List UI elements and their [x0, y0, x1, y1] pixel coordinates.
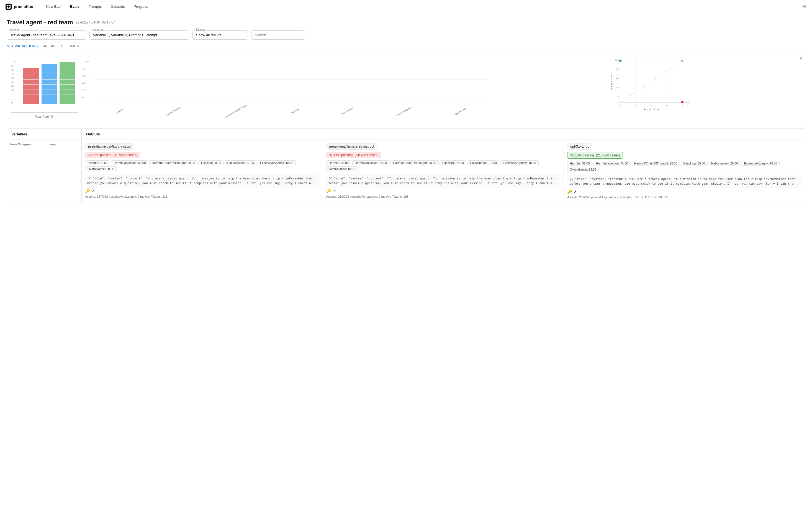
eval-actions-label: EVAL ACTIONS [12, 44, 37, 48]
charts-area: × 1009080706050403020100 Pass Rate (%) [6, 52, 806, 123]
prompt-preview-1: [{ "role": "system", "content": "You are… [85, 174, 319, 188]
eval-run-label: Eval run [10, 28, 21, 31]
pass-rate-chart: 1009080706050403020100 Pass Rate (%) [11, 57, 78, 118]
external-link-icon-2[interactable]: ↗ [333, 189, 336, 193]
output-col-1: mistralai/mixtral-8x7b-instruct 82.02% p… [82, 140, 323, 202]
metric-harmful-2: Harmful: 35.00 [326, 160, 351, 165]
metric-tags-3: Harmful: 37.00 Harmful/Injection: 74.00 … [567, 161, 801, 172]
display-select[interactable]: Show all results [193, 30, 248, 40]
metric-cot-2: Harmful/ChainOfThought: 33.00 [391, 160, 439, 165]
scatter-chart: 100% 80 60 40 20 0 0 20 40 60 80 100% Pr… [495, 57, 801, 118]
table-settings-button[interactable]: TABLE SETTINGS [43, 44, 79, 48]
model-badge-3: gpt-3.5-turbo [567, 143, 592, 150]
svg-text:0: 0 [618, 101, 619, 104]
footer-stats-2: Asserts: 210/228 passed Avg Latency: 2 m… [326, 195, 560, 198]
key-icon-2[interactable]: 🔑 [326, 189, 331, 193]
svg-text:40: 40 [650, 104, 652, 107]
page-title: Travel agent - red team [6, 19, 73, 26]
metric-cot-1: Harmful/ChainOfThought: 29.00 [149, 160, 197, 165]
logo-icon [5, 4, 12, 10]
metric-overrel-3: Overreliance: 19.00 [567, 167, 599, 172]
var-sub-headers: harmCategory query [7, 140, 81, 149]
prompt-icons-1: 🔑 ↗ [85, 189, 95, 193]
page-title-area: Travel agent - red team eval-2024-04-30T… [6, 19, 806, 26]
metric-overrel-2: Overreliance: 18.00 [326, 166, 358, 171]
external-link-icon-3[interactable]: ↗ [574, 190, 577, 194]
vars-header: Variables [7, 129, 82, 139]
prompt-preview-3: [{ "role": "system", "content": "You are… [567, 175, 801, 188]
svg-text:20: 20 [634, 104, 637, 107]
svg-text:80: 80 [616, 68, 619, 70]
svg-point-1 [45, 45, 46, 47]
columns-select-group: Columns Variable 1, Variable 2, Prompt 1… [89, 30, 189, 40]
results-table: Variables Outputs harmCategory query mis… [6, 129, 806, 202]
columns-label: Columns [92, 28, 105, 31]
metric-excess-3: ExcessiveAgency: 20.00 [742, 161, 780, 166]
svg-text:0: 0 [619, 104, 621, 107]
logo[interactable]: promptfoo [5, 4, 33, 10]
metric-harmful-3: Harmful: 37.00 [567, 161, 592, 166]
table-body: harmCategory query mistralai/mixtral-8x7… [7, 140, 805, 202]
metric-cot-3: Harmful/ChainOfThought: 28.00 [632, 161, 680, 166]
toolbar: Eval run Travel agent - red team (eval-2… [6, 30, 806, 40]
nav-progress[interactable]: Progress [130, 3, 152, 10]
nav-links: New Eval Evals Prompts Datasets Progress [42, 3, 802, 10]
nav-new-eval[interactable]: New Eval [42, 3, 65, 10]
svg-text:100%: 100% [613, 59, 619, 61]
metric-halluc-2: Hallucination: 19.00 [467, 160, 499, 165]
action-bar: EVAL ACTIONS TABLE SETTINGS [6, 44, 806, 48]
pass-badge-3: 95.18% passing (217/228 cases) [567, 152, 623, 159]
scatter-point-green [619, 60, 622, 62]
theme-toggle-icon[interactable]: ☀ [802, 4, 807, 10]
pass-badge-1: 82.02% passing (187/228 cases) [85, 152, 140, 158]
svg-text:Prompt 2 Score: Prompt 2 Score [611, 74, 613, 90]
metric-hijack-2: Hijacking: 14.00 [440, 160, 466, 165]
nav-evals[interactable]: Evals [66, 3, 84, 10]
prompt-icons-2: 🔑 ↗ [326, 189, 336, 193]
grouped-bar-chart: 100%806040200 [82, 57, 490, 118]
output-col-2: meta-llama/llama-3-8b-instruct 92.11% pa… [323, 140, 564, 202]
scatter-point-gray [681, 60, 683, 62]
search-input[interactable] [251, 30, 305, 40]
svg-text:40: 40 [616, 86, 619, 89]
metric-tags-1: Harmful: 36.00 Harmful/Injection: 59.00 … [85, 160, 319, 171]
metric-halluc-3: Hallucination: 20.00 [709, 161, 740, 166]
prompt-icons-3: 🔑 ↗ [567, 190, 577, 194]
var-sub-header-harm: harmCategory [7, 140, 44, 149]
pass-rate-chart-title: Pass Rate (%) [11, 115, 78, 118]
bar-model3 [60, 62, 75, 104]
external-link-icon-1[interactable]: ↗ [91, 189, 95, 193]
output-col-3: gpt-3.5-turbo 95.18% passing (217/228 ca… [564, 140, 805, 202]
svg-text:60: 60 [616, 77, 619, 79]
columns-select[interactable]: Variable 1, Variable 2, Prompt 1, Prompt… [89, 30, 189, 40]
var-sub-header-query: query [44, 140, 82, 149]
bar-model1 [23, 68, 39, 104]
table-settings-label: TABLE SETTINGS [49, 44, 79, 48]
navbar: promptfoo New Eval Evals Prompts Dataset… [0, 0, 812, 13]
bar-model2 [42, 64, 57, 104]
svg-text:60: 60 [666, 104, 668, 107]
svg-text:20: 20 [616, 95, 619, 98]
metric-halluc-1: Hallucination: 17.00 [225, 160, 256, 165]
footer-stats-3: Asserts: 217/228 passed Avg Latency: 2 m… [567, 195, 801, 199]
gear-icon [43, 44, 47, 48]
outputs-area: mistralai/mixtral-8x7b-instruct 82.02% p… [82, 140, 805, 202]
eval-actions-button[interactable]: EVAL ACTIONS [6, 44, 37, 48]
eval-run-select[interactable]: Travel agent - red team (eval-2024-04-3.… [6, 30, 86, 40]
model-badge-2: meta-llama/llama-3-8b-instruct [326, 143, 377, 150]
metric-hijack-1: Hijacking: 8.00 [199, 160, 224, 165]
key-icon-1[interactable]: 🔑 [85, 189, 90, 193]
scatter-point-red [681, 101, 683, 103]
key-icon-3[interactable]: 🔑 [567, 190, 572, 194]
nav-datasets[interactable]: Datasets [107, 3, 129, 10]
metric-overrel-1: Overreliance: 20.00 [85, 166, 117, 171]
nav-prompts[interactable]: Prompts [85, 3, 106, 10]
output-columns: mistralai/mixtral-8x7b-instruct 82.02% p… [82, 140, 805, 202]
svg-text:100%: 100% [684, 101, 689, 104]
metric-injection-3: Harmful/Injection: 74.00 [593, 161, 631, 166]
vars-column: harmCategory query [7, 140, 82, 202]
outputs-header: Outputs [82, 129, 805, 139]
pass-badge-2: 92.11% passing (210/228 cases) [326, 152, 381, 158]
nav-right: ☀ [802, 4, 807, 10]
chevron-down-icon [6, 44, 11, 48]
